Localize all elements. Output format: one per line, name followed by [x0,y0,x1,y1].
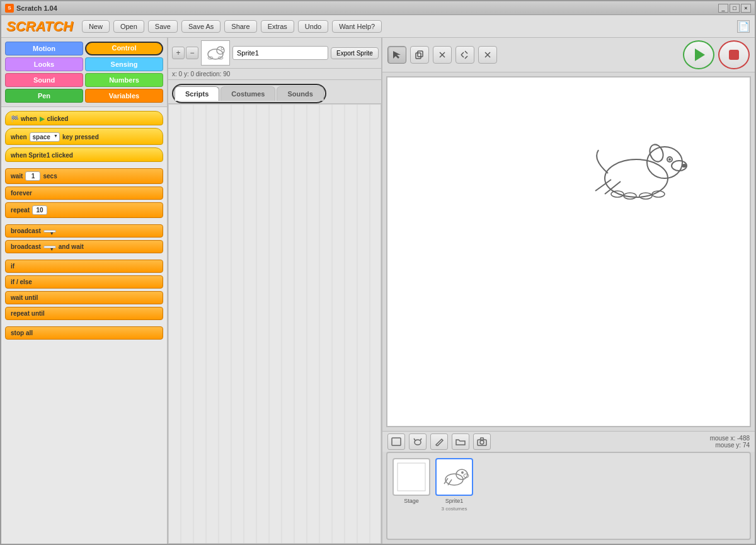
save-button[interactable]: Save [148,20,178,33]
block-if[interactable]: if [5,260,163,273]
stage-thumbnail-item[interactable]: Stage [392,458,430,504]
flag-symbol: ▶ [40,115,45,122]
stop-button[interactable] [718,40,750,69]
open-button[interactable]: Open [113,20,144,33]
category-variables[interactable]: Variables [85,89,163,103]
stage-icon [391,437,401,446]
category-sound[interactable]: Sound [5,73,83,87]
category-control[interactable]: Control [85,42,163,55]
sprite1-thumbnail-item[interactable]: Sprite1 3 costumes [435,458,473,512]
sprite-add-button[interactable]: + [172,47,185,59]
block-when-flag[interactable]: 🏁 when ▶ clicked [5,111,163,125]
sprite-thumbnail [201,40,230,66]
repeat-input[interactable]: 10 [32,205,47,215]
broadcast-dropdown[interactable] [43,230,56,232]
sprites-panel: Stage Spr [386,452,751,540]
shrink-icon [483,50,493,60]
tabs-oval: Scripts Costumes Sounds [172,84,326,103]
script-area[interactable] [168,104,381,544]
broadcast-wait-dropdown[interactable] [43,246,56,248]
toolbar-row [382,38,755,72]
category-buttons: Motion Control Looks Sensing Sound Numbe… [1,38,167,107]
stage-label: Stage [404,498,419,504]
doc-icon[interactable]: 📄 [737,20,750,33]
sprite1-sublabel: 3 costumes [442,506,467,512]
menu-bar: SCRATCH New Open Save Save As Share Extr… [1,15,755,38]
block-wait-until[interactable]: wait until [5,291,163,304]
tool-arrow[interactable] [387,46,406,64]
block-forever[interactable]: forever [5,186,163,200]
camera-btn[interactable] [473,433,491,450]
svg-point-17 [682,164,687,168]
block-repeat-until[interactable]: repeat until [5,307,163,320]
dog-sprite [573,128,699,216]
svg-point-16 [668,158,671,161]
tool-duplicate[interactable] [410,46,429,64]
sprite-name-input[interactable] [232,46,328,60]
wait-input[interactable]: 1 [25,171,40,181]
extras-button[interactable]: Extras [261,20,294,33]
sprite-cat-btn[interactable] [409,433,427,450]
save-as-button[interactable]: Save As [181,20,220,33]
block-if-else[interactable]: if / else [5,275,163,289]
green-flag-button[interactable] [683,40,714,69]
sprite1-thumb-box [435,458,473,496]
scratch-logo: SCRATCH [6,18,73,35]
folder-btn[interactable] [452,433,469,450]
sprite1-thumb-image [439,462,469,492]
stage-view-btn[interactable] [387,433,405,450]
stage-bottom: mouse x: -488 mouse y: 74 [382,431,755,452]
tool-grow[interactable] [455,46,474,64]
stop-icon [725,46,743,64]
block-broadcast[interactable]: broadcast [5,224,163,238]
svg-point-34 [461,471,464,474]
title-bar: S Scratch 1.04 _ □ × [1,1,755,15]
svg-line-22 [595,180,611,191]
left-panel: Motion Control Looks Sensing Sound Numbe… [1,38,168,544]
undo-button[interactable]: Undo [298,20,328,33]
close-button[interactable]: × [741,4,751,13]
script-tabs-container: Scripts Costumes Sounds [168,80,381,104]
stage-thumb-image [396,462,427,492]
sprite-coords: x: 0 y: 0 direction: 90 [168,69,381,80]
main-window: S Scratch 1.04 _ □ × SCRATCH New Open Sa… [0,0,756,545]
tab-scripts[interactable]: Scripts [175,86,219,101]
category-looks[interactable]: Looks [5,57,83,71]
category-pen[interactable]: Pen [5,89,83,103]
blocks-panel: 🏁 when ▶ clicked when space key pressed … [1,107,167,346]
new-button[interactable]: New [82,20,110,33]
cat-icon [413,437,423,446]
share-button[interactable]: Share [224,20,256,33]
svg-point-13 [648,142,665,163]
scissors-icon [437,50,447,60]
camera-icon [477,437,487,446]
arrow-icon [392,50,402,60]
maximize-button[interactable]: □ [730,4,740,13]
minimize-button[interactable]: _ [718,4,728,13]
tab-costumes[interactable]: Costumes [220,86,275,101]
svg-rect-5 [416,53,421,59]
export-sprite-button[interactable]: Export Sprite [331,47,379,59]
window-controls: _ □ × [718,4,751,13]
svg-rect-30 [398,463,425,491]
sprite-remove-button[interactable]: − [186,47,198,59]
category-sensing[interactable]: Sensing [85,57,163,71]
category-numbers[interactable]: Numbers [85,73,163,87]
block-when-sprite-clicked[interactable]: when Sprite1 clicked [5,147,163,162]
app-icon: S [5,4,14,13]
paint-btn[interactable] [430,433,448,450]
block-when-key[interactable]: when space key pressed [5,128,163,145]
main-content: Motion Control Looks Sensing Sound Numbe… [1,38,755,544]
category-motion[interactable]: Motion [5,42,83,55]
tool-shrink[interactable] [478,46,497,64]
block-broadcast-wait[interactable]: broadcast and wait [5,240,163,253]
svg-marker-9 [695,49,705,61]
block-wait[interactable]: wait 1 secs [5,168,163,184]
key-dropdown[interactable]: space [30,132,60,142]
want-help-button[interactable]: Want Help? [332,20,382,33]
block-stop-all[interactable]: stop all [5,326,163,340]
tab-sounds[interactable]: Sounds [277,86,323,101]
block-repeat[interactable]: repeat 10 [5,202,163,218]
stage-area [386,76,751,427]
tool-cut[interactable] [433,46,452,64]
